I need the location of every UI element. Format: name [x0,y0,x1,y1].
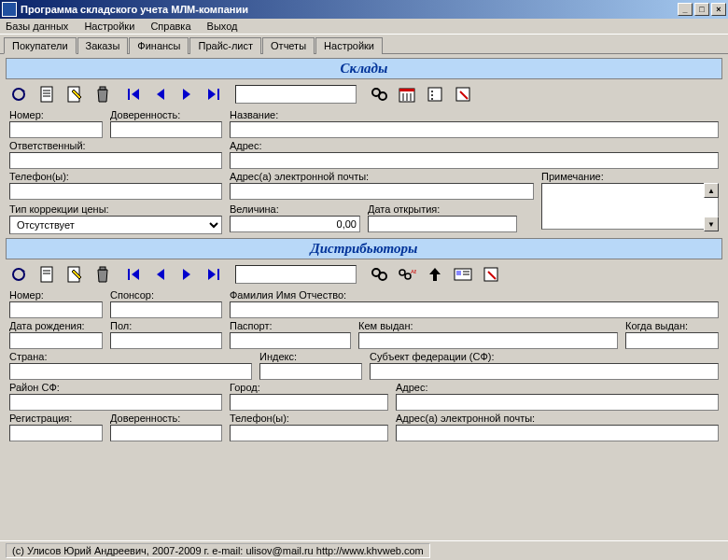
app-icon [2,2,17,17]
refresh-icon[interactable] [9,265,28,284]
prev-record-icon[interactable] [151,265,170,284]
menu-help[interactable]: Справка [150,21,190,32]
tab-pricelist[interactable]: Прайс-лист [189,37,261,54]
refresh-icon[interactable] [9,85,28,104]
up-arrow-icon[interactable] [426,265,444,284]
search-input-warehouses[interactable] [235,85,357,104]
form-distributors: Номер: Спонсор: Фамилия Имя Отчество: Да… [6,289,722,441]
input-magnitude[interactable] [230,216,360,232]
input-d-registration[interactable] [9,425,103,441]
last-record-icon[interactable] [203,265,222,284]
label-emails: Адрес(а) электронной почты: [230,171,534,182]
input-d-fedsubject[interactable] [370,363,719,380]
label-d-issued-when: Когда выдан: [625,320,719,331]
label-d-number: Номер: [9,289,103,301]
find-icon[interactable] [370,85,388,104]
label-price-correction: Тип коррекции цены: [9,203,222,215]
edit-document-icon[interactable] [65,85,84,104]
tabstrip: Покупатели Заказы Финансы Прайс-лист Отч… [0,35,728,54]
svg-text:ABC: ABC [411,269,416,274]
input-d-birthdate[interactable] [9,332,103,349]
select-price-correction[interactable]: Отсутствует [9,216,222,234]
label-note: Примечание: [541,171,719,182]
window-title: Программа складского учета МЛМ-компании [21,4,248,15]
next-record-icon[interactable] [177,85,196,104]
input-emails[interactable] [230,183,534,200]
section-header-warehouses: Склады [6,58,722,79]
tab-settings[interactable]: Настройки [315,37,383,54]
edit-document-icon[interactable] [65,265,84,284]
section-header-distributors: Дистрибьюторы [6,238,722,259]
input-proxy[interactable] [110,121,222,138]
input-d-index[interactable] [259,363,362,380]
input-d-proxy[interactable] [110,425,222,441]
svg-rect-26 [100,267,105,270]
notes-icon[interactable] [482,265,500,284]
label-d-fio: Фамилия Имя Отчество: [230,289,719,301]
input-d-issued-by[interactable] [358,332,618,349]
tab-orders[interactable]: Заказы [77,37,129,54]
first-record-icon[interactable] [125,265,144,284]
label-magnitude: Величина: [230,203,360,215]
menu-settings[interactable]: Настройки [84,21,134,32]
input-d-passport[interactable] [230,332,351,349]
svg-rect-1 [41,87,52,102]
textarea-note[interactable] [541,183,719,230]
scroll-down-icon[interactable]: ▼ [704,217,719,231]
label-d-birthdate: Дата рождения: [9,320,103,331]
input-d-phones[interactable] [230,425,388,441]
delete-icon[interactable] [93,265,112,284]
input-d-district[interactable] [9,394,222,411]
find-next-icon[interactable]: ABC [398,265,416,284]
input-d-fio[interactable] [230,301,719,318]
minimize-button[interactable]: _ [678,3,693,16]
label-d-issued-by: Кем выдан: [358,320,618,331]
input-d-sponsor[interactable] [110,301,222,318]
calendar-icon[interactable] [398,85,416,104]
input-number[interactable] [9,121,103,138]
input-d-country[interactable] [9,363,252,380]
svg-rect-7 [128,89,130,100]
tab-buyers[interactable]: Покупатели [4,37,77,54]
input-d-address[interactable] [396,394,719,411]
search-input-distributors[interactable] [235,265,357,284]
svg-rect-6 [100,87,105,90]
find-icon[interactable] [370,265,388,284]
label-d-sex: Пол: [110,320,222,331]
input-open-date[interactable] [368,216,517,232]
statusbar: (c) Улисов Юрий Андреевич, 2007-2009 г. … [0,540,728,560]
tab-reports[interactable]: Отчеты [262,37,315,54]
prev-record-icon[interactable] [151,85,170,104]
new-document-icon[interactable] [37,265,56,284]
card-icon[interactable] [454,265,472,284]
delete-icon[interactable] [93,85,112,104]
first-record-icon[interactable] [125,85,144,104]
last-record-icon[interactable] [203,85,222,104]
label-d-passport: Паспорт: [230,320,351,331]
close-button[interactable]: × [711,3,726,16]
label-d-phones: Телефон(ы): [230,413,388,424]
input-address[interactable] [230,152,719,169]
menu-databases[interactable]: Базы данных [6,21,68,32]
input-responsible[interactable] [9,152,222,169]
maximize-button[interactable]: □ [694,3,709,16]
input-name[interactable] [230,121,719,138]
svg-rect-35 [456,271,461,275]
menu-exit[interactable]: Выход [207,21,238,32]
notes-icon[interactable] [454,85,472,104]
input-phones[interactable] [9,183,222,200]
input-d-sex[interactable] [110,332,222,349]
input-d-number[interactable] [9,301,103,318]
tab-finance[interactable]: Финансы [129,37,189,54]
scroll-up-icon[interactable]: ▲ [704,183,719,198]
label-phones: Телефон(ы): [9,171,222,182]
input-d-emails[interactable] [396,425,719,441]
label-d-index: Индекс: [259,351,362,362]
svg-rect-22 [41,267,52,282]
properties-icon[interactable] [426,85,444,104]
input-d-city[interactable] [230,394,388,411]
input-d-issued-when[interactable] [625,332,719,349]
new-document-icon[interactable] [37,85,56,104]
svg-rect-12 [399,89,414,91]
next-record-icon[interactable] [177,265,196,284]
